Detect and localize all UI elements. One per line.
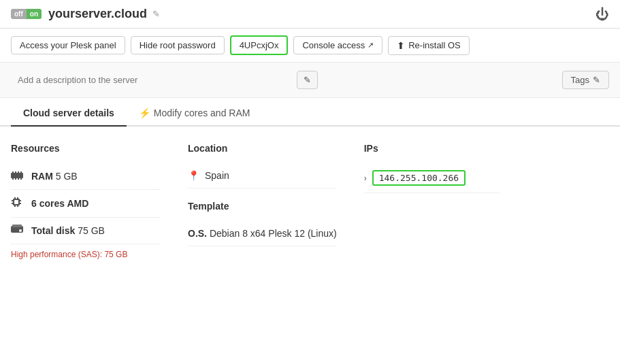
template-os: O.S. Debian 8 x64 Plesk 12 (Linux)	[188, 221, 337, 246]
ip-chevron-icon: ›	[364, 173, 367, 183]
console-label: Console access	[302, 40, 365, 50]
tags-edit-icon: ✎	[593, 75, 600, 85]
resource-cores: 6 cores AMD	[11, 190, 161, 218]
svg-point-21	[19, 229, 22, 232]
toggle-on-label[interactable]: on	[27, 9, 42, 19]
tab-modify-cores-ram[interactable]: ⚡ Modify cores and RAM	[127, 101, 263, 127]
svg-rect-2	[15, 171, 16, 173]
tab-cloud-server-details[interactable]: Cloud server details	[11, 101, 127, 127]
svg-rect-15	[14, 197, 16, 199]
resources-title: Resources	[11, 143, 161, 154]
svg-rect-8	[20, 178, 22, 180]
svg-rect-4	[20, 171, 22, 173]
ip-row: › 146.255.100.266	[364, 163, 500, 193]
description-bar: ✎ Tags ✎	[0, 63, 620, 98]
tab-details-label: Cloud server details	[23, 107, 114, 118]
svg-rect-1	[12, 171, 14, 173]
main-content: Resources RAM 5 GB	[0, 127, 620, 276]
reinstall-icon: ⬆	[397, 40, 405, 51]
location-title: Location	[188, 143, 337, 154]
server-name-edit-icon[interactable]: ✎	[152, 9, 160, 19]
ram-icon	[11, 170, 25, 182]
svg-rect-0	[11, 173, 23, 178]
svg-rect-6	[15, 178, 16, 180]
bolt-icon: ⚡	[139, 107, 150, 118]
hide-root-password-button[interactable]: Hide root password	[131, 36, 225, 54]
toolbar: Access your Plesk panel Hide root passwo…	[0, 29, 620, 63]
power-button[interactable]: ⏻	[595, 6, 609, 22]
svg-rect-18	[17, 205, 18, 207]
cores-label: 6 cores AMD	[31, 198, 88, 209]
country-label: Spain	[205, 170, 229, 181]
svg-rect-13	[20, 200, 21, 201]
svg-rect-3	[18, 171, 19, 173]
tab-modify-label: Modify cores and RAM	[154, 107, 250, 118]
toggle-off-label[interactable]: off	[11, 9, 27, 19]
disk-icon	[11, 225, 25, 237]
tags-label: Tags	[571, 75, 589, 85]
svg-rect-10	[14, 200, 18, 204]
svg-rect-7	[18, 178, 19, 180]
tags-button[interactable]: Tags ✎	[562, 71, 609, 89]
ip-address[interactable]: 146.255.100.266	[372, 170, 466, 186]
ram-label: RAM 5 GB	[31, 171, 78, 182]
ips-section: IPs › 146.255.100.266	[364, 143, 500, 259]
server-name: yourserver.cloud	[48, 7, 147, 21]
svg-rect-20	[12, 225, 22, 227]
high-perf-note: High performance (SAS): 75 GB	[11, 250, 161, 259]
server-toggle[interactable]: off on	[11, 9, 42, 19]
ips-title: IPs	[364, 143, 500, 154]
pin-icon: 📍	[188, 170, 199, 181]
svg-rect-11	[12, 200, 13, 201]
reinstall-label: Re-install OS	[408, 40, 461, 50]
plesk-panel-button[interactable]: Access your Plesk panel	[11, 36, 125, 54]
resource-disk: Total disk 75 GB	[11, 218, 161, 244]
location-country: 📍 Spain	[188, 163, 337, 188]
template-os-value: Debian 8 x64 Plesk 12 (Linux)	[210, 228, 337, 239]
description-edit-button[interactable]: ✎	[297, 71, 318, 89]
console-external-icon: ↗	[368, 41, 374, 50]
location-section: Location 📍 Spain Template O.S. Debian 8 …	[188, 143, 337, 259]
svg-rect-16	[17, 197, 18, 199]
cpu-icon	[11, 197, 25, 210]
resources-section: Resources RAM 5 GB	[11, 143, 161, 259]
svg-rect-12	[12, 203, 13, 204]
svg-rect-5	[12, 178, 14, 180]
root-password-value-button[interactable]: 4UPcxjOx	[230, 35, 289, 55]
header: off on yourserver.cloud ✎ ⏻	[0, 0, 620, 29]
template-os-label: O.S.	[188, 228, 207, 239]
tabs: Cloud server details ⚡ Modify cores and …	[0, 101, 620, 127]
console-access-button[interactable]: Console access ↗	[293, 36, 382, 54]
resource-ram: RAM 5 GB	[11, 163, 161, 190]
disk-label: Total disk 75 GB	[31, 225, 105, 236]
reinstall-os-button[interactable]: ⬆ Re-install OS	[388, 36, 470, 55]
description-input[interactable]	[11, 69, 297, 90]
svg-rect-17	[14, 205, 16, 207]
svg-rect-14	[20, 203, 21, 204]
template-section: Template O.S. Debian 8 x64 Plesk 12 (Lin…	[188, 201, 337, 246]
template-title: Template	[188, 201, 337, 212]
